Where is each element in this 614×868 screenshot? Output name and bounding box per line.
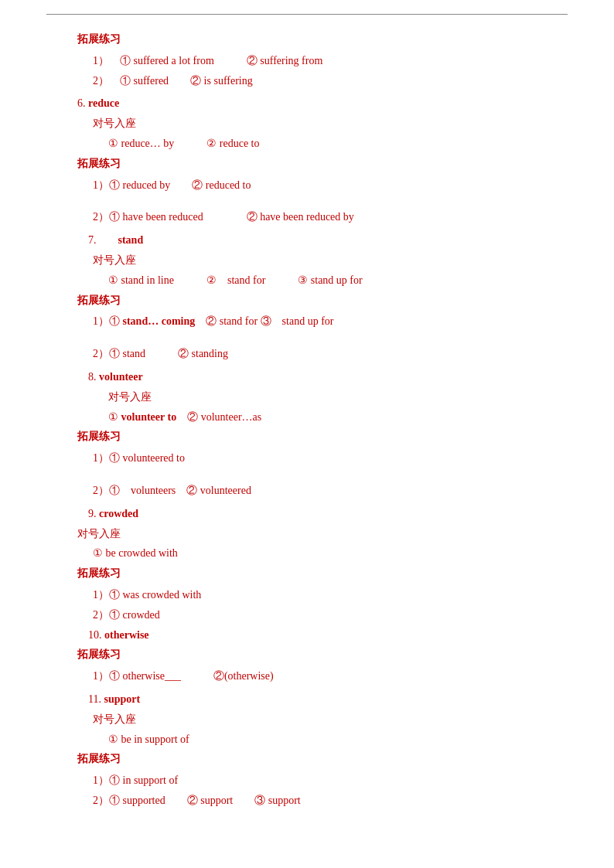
support-item-1: 1）① in support of (93, 771, 537, 790)
crowded-item-2: 2）① crowded (93, 606, 537, 625)
word-section-stand: 7. stand 对号入座 ① stand in line ② stand fo… (77, 231, 537, 363)
otherwise-item-1: 1）① otherwise___ ②(otherwise) (93, 667, 537, 686)
volunteer-item-2: 2）① volunteers ② volunteered (93, 482, 537, 500)
word-11-title: 11. support (77, 690, 537, 709)
support-item-2: 2）① supported ② support ③ support (93, 791, 537, 810)
word-section-crowded: 9. crowded 对号入座 ① be crowded with 拓展练习 1… (77, 505, 537, 686)
word-6-title: 6. reduce (77, 94, 537, 113)
word-9-duihao-items: ① be crowded with (93, 544, 537, 563)
word-section-support: 11. support 对号入座 ① be in support of 拓展练习… (77, 690, 537, 810)
word-6-duihao-label: 对号入座 (93, 114, 537, 133)
word-section-reduce: 6. reduce 对号入座 ① reduce… by ② reduce to … (77, 94, 537, 226)
word-11-duihao-items: ① be in support of (108, 730, 537, 749)
tuozhan-label-volunteer: 拓展练习 (77, 427, 537, 446)
tuozhan-label-1: 拓展练习 (77, 30, 537, 49)
item-1-1: 1） ① suffered a lot from ② suffering fro… (93, 52, 537, 70)
word-9-duihao-label: 对号入座 (77, 525, 537, 543)
main-content: 拓展练习 1） ① suffered a lot from ② sufferin… (0, 15, 614, 846)
word-6-duihao-items: ① reduce… by ② reduce to (108, 134, 537, 153)
tuozhan-label-stand: 拓展练习 (77, 291, 537, 310)
tuozhan-label-support: 拓展练习 (77, 750, 537, 768)
stand-item-2: 2）① stand ② standing (93, 345, 537, 363)
word-9-title: 9. crowded (77, 505, 537, 523)
word-8-duihao-items: ① volunteer to ② volunteer…as (108, 408, 537, 427)
tuozhan-label-reduce: 拓展练习 (77, 155, 537, 173)
tuozhan-label-otherwise: 拓展练习 (77, 645, 537, 664)
word-8-duihao-label: 对号入座 (108, 388, 537, 407)
word-section-volunteer: 8. volunteer 对号入座 ① volunteer to ② volun… (77, 368, 537, 500)
tuozhan-label-crowded: 拓展练习 (77, 564, 537, 583)
word-8-title: 8. volunteer (77, 368, 537, 386)
item-1-2: 2） ① suffered ② is suffering (93, 72, 537, 90)
word-11-duihao-label: 对号入座 (93, 710, 537, 729)
reduce-item-1: 1）① reduced by ② reduced to (93, 176, 537, 195)
word-7-title: 7. stand (77, 231, 537, 250)
tuozhan-section-intro: 拓展练习 1） ① suffered a lot from ② sufferin… (77, 30, 537, 90)
stand-item-1: 1）① stand… coming ② stand for ③ stand up… (93, 312, 537, 331)
word-7-duihao-items: ① stand in line ② stand for ③ stand up f… (108, 271, 537, 290)
crowded-item-1: 1）① was crowded with (93, 586, 537, 604)
reduce-item-2: 2）① have been reduced ② have been reduce… (93, 208, 537, 226)
volunteer-item-1: 1）① volunteered to (93, 449, 537, 468)
word-7-duihao-label: 对号入座 (93, 251, 537, 270)
word-10-title: 10. otherwise (77, 626, 537, 645)
